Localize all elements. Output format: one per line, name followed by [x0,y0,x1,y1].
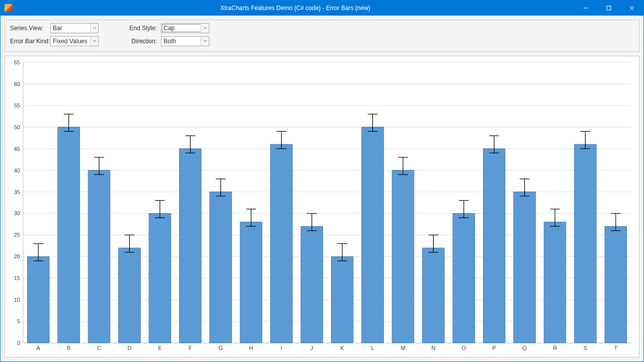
x-tick-label: D [127,345,131,351]
bar[interactable] [240,222,262,343]
x-tick-label: R [553,345,557,351]
direction-label: Direction: [126,38,161,45]
x-tick-label: L [371,345,374,351]
bar[interactable] [605,226,626,343]
x-tick-label: I [281,345,282,351]
window-controls [574,1,643,16]
chart-container: 05101520253035404550556065ABCDEFGHIJKLMN… [5,56,639,357]
x-tick-label: G [218,345,223,351]
bar[interactable] [27,256,49,343]
x-tick-label: S [584,345,587,351]
bar[interactable] [575,144,596,343]
chevron-down-icon [201,24,209,33]
svg-rect-1 [607,6,611,10]
bar[interactable] [179,149,201,343]
y-tick-label: 30 [14,210,20,216]
bar[interactable] [544,222,566,343]
minimize-button[interactable] [574,1,597,16]
close-icon [629,6,634,11]
x-tick-label: M [400,345,405,351]
end-style-value: Cap [164,25,175,32]
bar[interactable] [453,213,474,343]
direction-select[interactable]: Both [161,36,209,46]
x-tick-label: Q [522,345,527,351]
client-area: Series View: Bar End Style: Cap Error Ba… [1,16,643,361]
minimize-icon [583,6,588,11]
x-tick-label: E [158,345,162,351]
app-icon [5,4,13,12]
bar[interactable] [271,144,292,343]
x-tick-label: H [249,345,253,351]
chevron-down-icon [201,37,209,46]
app-window: XtraCharts Features Demo (C# code) - Err… [0,0,644,362]
bar[interactable] [331,256,353,343]
close-button[interactable] [620,1,643,16]
x-tick-label: P [493,345,496,351]
x-tick-label: J [310,345,313,351]
chevron-down-icon [90,37,98,46]
title-bar: XtraCharts Features Demo (C# code) - Err… [1,1,643,16]
series-view-label: Series View: [10,25,50,32]
error-bar-chart[interactable]: 05101520253035404550556065ABCDEFGHIJKLMN… [8,59,636,354]
end-style-label: End Style: [126,25,161,32]
x-tick-label: B [67,345,70,351]
bar[interactable] [210,192,231,343]
bar[interactable] [362,127,383,343]
y-tick-label: 50 [14,124,20,130]
error-bar-kind-value: Fixed Values [53,38,87,45]
bar[interactable] [483,149,505,343]
bar[interactable] [58,127,79,343]
bar[interactable] [119,248,140,343]
y-tick-label: 15 [14,275,20,281]
error-bar-kind-label: Error Bar Kind: [10,38,50,45]
y-tick-label: 0 [17,340,20,346]
y-tick-label: 10 [14,297,20,303]
y-tick-label: 5 [17,318,20,324]
options-toolbar: Series View: Bar End Style: Cap Error Ba… [5,20,639,52]
window-title: XtraCharts Features Demo (C# code) - Err… [17,5,574,12]
y-tick-label: 25 [14,232,20,238]
bar[interactable] [514,192,535,343]
series-view-select[interactable]: Bar [50,23,99,33]
y-tick-label: 55 [14,103,20,109]
y-tick-label: 35 [14,189,20,195]
x-tick-label: K [341,345,345,351]
y-tick-label: 60 [14,81,20,87]
bar[interactable] [423,248,444,343]
y-tick-label: 65 [14,59,20,65]
end-style-select[interactable]: Cap [161,23,209,33]
series-view-value: Bar [53,25,62,32]
x-tick-label: T [614,345,617,351]
bar[interactable] [392,170,414,343]
x-tick-label: F [189,345,192,351]
y-tick-label: 45 [14,146,20,152]
x-tick-label: A [37,345,41,351]
maximize-icon [606,6,611,11]
y-tick-label: 40 [14,167,20,173]
x-tick-label: N [431,345,435,351]
y-tick-label: 20 [14,253,20,259]
error-bar-kind-select[interactable]: Fixed Values [50,36,99,46]
bar[interactable] [88,170,110,343]
bar[interactable] [301,226,323,343]
x-tick-label: O [462,345,466,351]
x-tick-label: C [97,345,101,351]
chevron-down-icon [90,24,98,33]
bar[interactable] [149,213,171,343]
direction-value: Both [164,38,176,45]
maximize-button[interactable] [597,1,620,16]
